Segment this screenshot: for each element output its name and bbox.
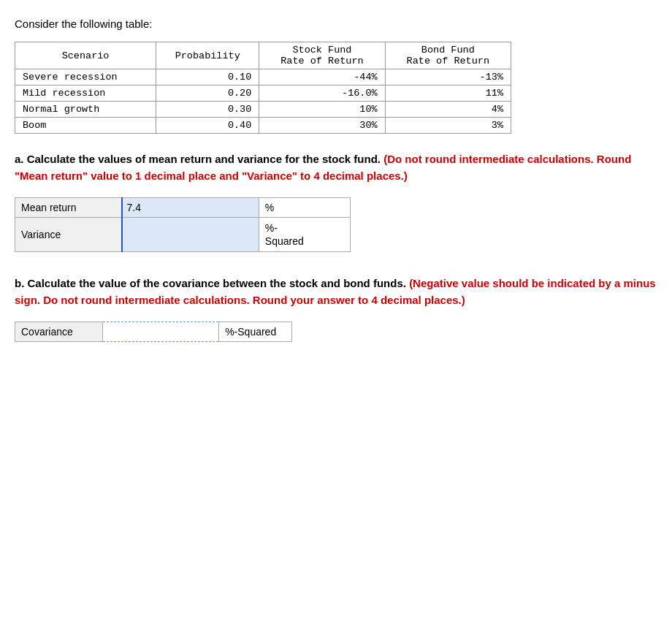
scenario-cell: Boom [15,118,156,134]
answer-row-b-0: Covariance %-Squared [15,322,292,342]
answer-row-a-1: Variance %-Squared [15,218,351,252]
bond-return-cell: 3% [385,118,511,134]
answer-input-1[interactable] [123,225,259,244]
answer-label-1: Variance [15,218,122,252]
unit-cell-variance: %-Squared [259,218,350,252]
scenario-cell: Mild recession [15,85,156,102]
answer-table-a: Mean return % Variance %-Squared [15,197,351,252]
bond-return-cell: 4% [385,102,511,118]
stock-return-cell: 30% [259,118,385,134]
table-row: Boom 0.40 30% 3% [15,118,511,134]
covariance-label: Covariance [15,322,103,342]
answer-input-cell-1[interactable] [122,218,259,252]
stock-return-cell: 10% [259,102,385,118]
col-bond-header: Bond Fund Rate of Return [385,42,511,69]
table-row: Normal growth 0.30 10% 4% [15,102,511,118]
probability-cell: 0.20 [156,85,259,102]
covariance-unit: %-Squared [219,322,292,342]
table-row: Severe recession 0.10 -44% -13% [15,69,511,85]
part-b-question: b. Calculate the value of the covariance… [15,275,657,308]
col-probability-header: Probability [156,42,259,69]
answer-input-cell-0[interactable] [122,198,259,218]
answer-input-0[interactable] [123,198,259,217]
answer-label-0: Mean return [15,198,122,218]
stock-return-cell: -16.0% [259,85,385,102]
part-a-question: a. Calculate the values of mean return a… [15,151,657,184]
answer-row-a-0: Mean return % [15,198,351,218]
probability-cell: 0.30 [156,102,259,118]
scenario-cell: Severe recession [15,69,156,85]
bond-return-cell: -13% [385,69,511,85]
answer-table-b: Covariance %-Squared [15,322,292,342]
covariance-input[interactable] [103,322,218,341]
unit-cell-mean: % [259,198,350,218]
bond-return-cell: 11% [385,85,511,102]
col-stock-header: Stock Fund Rate of Return [259,42,385,69]
intro-text: Consider the following table: [15,18,657,30]
probability-cell: 0.10 [156,69,259,85]
scenario-cell: Normal growth [15,102,156,118]
table-row: Mild recession 0.20 -16.0% 11% [15,85,511,102]
stock-return-cell: -44% [259,69,385,85]
probability-cell: 0.40 [156,118,259,134]
covariance-input-cell[interactable] [102,322,218,342]
data-table: Scenario Probability Stock Fund Rate of … [15,42,511,134]
col-scenario-header: Scenario [15,42,156,69]
